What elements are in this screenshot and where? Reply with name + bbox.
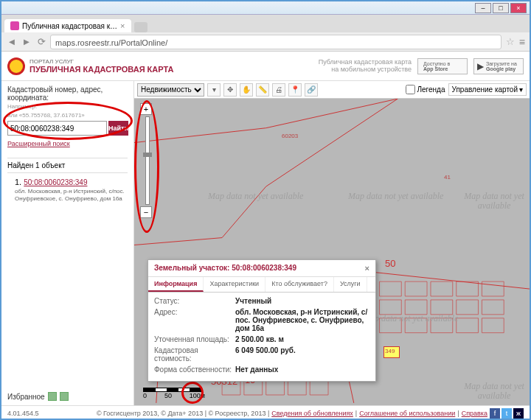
browser-addressbar: ◄ ► ⟳ maps.rosreestr.ru/PortalOnline/ ☆ … <box>1 32 530 52</box>
favorites-section[interactable]: Избранное <box>7 392 69 401</box>
twitter-icon[interactable]: t <box>502 408 512 419</box>
livejournal-icon[interactable]: ж <box>513 408 524 419</box>
mobile-promo-text: Публичная кадастровая картана мобильном … <box>319 59 412 74</box>
facebook-icon[interactable]: f <box>490 408 500 419</box>
map-canvas[interactable]: Недвижимость ▾ ✥ ✋ 📏 🖨 📍 🔗 Легенда Управ… <box>134 81 530 405</box>
browser-tab[interactable]: Публичная кадастровая к… × <box>4 19 131 32</box>
result-item[interactable]: 1. 50:08:0060238:349 обл. Московская, р-… <box>15 178 128 202</box>
footer-link-updates[interactable]: Сведения об обновлениях <box>271 410 353 417</box>
result-address: обл. Московская, р-н Истринский, с/пос. … <box>15 188 128 202</box>
parcel-label: 41 <box>444 174 451 181</box>
parcel-popup: Земельный участок: 50:08:0060238:349 × И… <box>148 259 376 382</box>
parcel-label: 60203 <box>282 133 298 139</box>
new-tab-button[interactable] <box>134 22 148 32</box>
zoom-track[interactable] <box>145 116 150 205</box>
zoom-in-button[interactable]: + <box>140 103 152 115</box>
tool-link-icon[interactable]: 🔗 <box>305 83 318 97</box>
zoom-thumb[interactable] <box>143 153 152 157</box>
watermark-text: Map data not yet available <box>459 192 530 211</box>
header-breadcrumb: ПОРТАЛ УСЛУГ <box>30 58 173 65</box>
footer-link-help[interactable]: Справка <box>462 410 487 417</box>
win-max-button[interactable]: □ <box>493 3 509 13</box>
favicon-icon <box>10 21 19 30</box>
parcel-label: 349 <box>385 348 395 354</box>
zoom-slider[interactable]: + − <box>140 103 155 221</box>
tool-ruler-icon[interactable]: 📏 <box>256 83 269 97</box>
map-control-button[interactable]: Управление картой ▾ <box>448 83 527 96</box>
back-icon[interactable]: ◄ <box>6 36 18 48</box>
menu-icon[interactable]: ≡ <box>519 36 525 48</box>
legend-toggle[interactable]: Легенда <box>406 85 445 94</box>
advanced-search-link[interactable]: Расширенный поиск <box>7 140 70 147</box>
popup-title: Земельный участок: 50:08:0060238:349 × <box>148 260 375 277</box>
watermark-text: Map data not yet available <box>348 192 443 201</box>
rosreestr-logo-icon <box>7 57 25 75</box>
cadastral-search-input[interactable] <box>7 121 107 136</box>
forward-icon[interactable]: ► <box>21 36 32 48</box>
bookmark-icon[interactable]: ☆ <box>504 36 516 48</box>
url-input[interactable]: maps.rosreestr.ru/PortalOnline/ <box>50 35 502 49</box>
tool-print-icon[interactable]: 🖨 <box>272 83 285 97</box>
popup-close-icon[interactable]: × <box>365 264 369 273</box>
popup-tab-info[interactable]: Информация <box>148 277 204 292</box>
play-icon: ▶ <box>477 61 484 71</box>
dropdown-icon[interactable]: ▾ <box>207 83 221 97</box>
copyright-text: © Госгисцентр 2013, © Дата+ 2013 | © Рос… <box>97 410 269 417</box>
add-fav-icon[interactable] <box>48 392 57 401</box>
footer: 4.01.454.5 © Госгисцентр 2013, © Дата+ 2… <box>1 405 530 420</box>
page-title: ПУБЛИЧНАЯ КАДАСТРОВАЯ КАРТА <box>30 65 173 74</box>
results-list: 1. 50:08:0060238:349 обл. Московская, р-… <box>7 178 128 202</box>
result-cadastral-link: 50:08:0060238:349 <box>24 178 87 186</box>
tool-select-icon[interactable]: ✥ <box>223 83 237 97</box>
win-close-button[interactable]: × <box>510 3 527 13</box>
search-button[interactable]: Найти <box>108 121 128 136</box>
search-hint: Например: <box>7 103 128 110</box>
layer-select[interactable]: Недвижимость <box>137 83 204 97</box>
search-label: Кадастровый номер, адрес, координата: <box>7 85 128 102</box>
window-titlebar: – □ × <box>1 1 530 15</box>
results-header: Найден 1 объект <box>7 158 128 173</box>
search-example: или «55.755768, 37.617671» <box>7 112 128 119</box>
browser-tabbar: Публичная кадастровая к… × <box>1 15 530 32</box>
map-toolbar: Недвижимость ▾ ✥ ✋ 📏 🖨 📍 🔗 Легенда Управ… <box>134 81 530 99</box>
version-label: 4.01.454.5 <box>7 410 39 417</box>
tool-hand-icon[interactable]: ✋ <box>240 83 253 97</box>
quarter-label: 50 <box>385 258 395 269</box>
zoom-out-button[interactable]: − <box>140 206 152 218</box>
tab-title: Публичная кадастровая к… <box>22 22 117 30</box>
sidebar: Кадастровый номер, адрес, координата: На… <box>1 81 134 405</box>
scale-bar: 050100м <box>143 388 205 399</box>
popup-tabs: Информация Характеристики Кто обслуживае… <box>148 277 375 293</box>
google-play-button[interactable]: ▶ Загрузите наGoogle play <box>473 58 524 74</box>
watermark-text: Map data not yet available <box>459 382 530 401</box>
watermark-text: Map data not yet available <box>208 192 303 201</box>
footer-link-terms[interactable]: Соглашение об использовании <box>359 410 455 417</box>
popup-body: Статус:Учтенный Адрес:обл. Московская, р… <box>148 293 375 381</box>
tab-close-icon[interactable]: × <box>120 21 125 30</box>
popup-tab-service[interactable]: Кто обслуживает? <box>266 277 334 292</box>
reload-icon[interactable]: ⟳ <box>35 36 47 48</box>
popup-tab-characteristics[interactable]: Характеристики <box>204 277 266 292</box>
page-header: ПОРТАЛ УСЛУГ ПУБЛИЧНАЯ КАДАСТРОВАЯ КАРТА… <box>1 52 530 81</box>
popup-tab-services[interactable]: Услуги <box>334 277 367 292</box>
appstore-button[interactable]: Доступно вApp Store <box>417 58 468 74</box>
watermark-text: Map data not yet available <box>363 314 458 323</box>
win-min-button[interactable]: – <box>475 3 491 13</box>
tool-marker-icon[interactable]: 📍 <box>288 83 302 97</box>
list-fav-icon[interactable] <box>60 392 69 401</box>
